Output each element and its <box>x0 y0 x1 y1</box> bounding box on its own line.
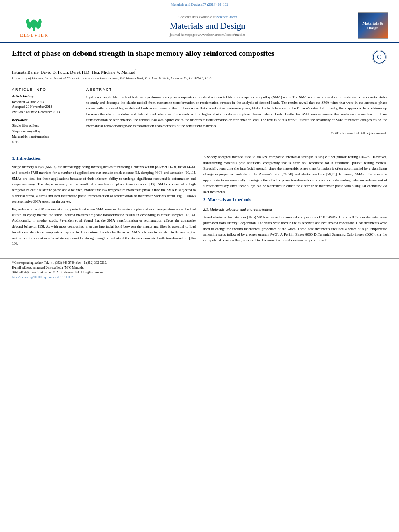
sciencedirect-link[interactable]: ScienceDirect <box>216 15 237 19</box>
authors: Fatmata Barrie, David B. Futch, Derek H.… <box>12 69 387 74</box>
methods-heading: 2. Materials and methods <box>203 196 387 203</box>
body-columns: 1. Introduction Shape memory alloys (SMA… <box>12 154 387 248</box>
journal-cover: Materials & Design <box>355 12 391 39</box>
intro-heading: 1. Introduction <box>12 155 196 162</box>
intro-para-3: A widely accepted method used to analyze… <box>203 154 387 195</box>
abstract-text: Systematic single fiber pullout tests we… <box>86 94 387 129</box>
email-note: E-mail address: mmanuel@mse.ufl.edu (M.V… <box>12 265 387 270</box>
journal-bar: Materials and Design 57 (2014) 98–102 <box>0 0 399 8</box>
elsevier-logo: ELSEVIER <box>20 14 49 37</box>
copyright: © 2013 Elsevier Ltd. All rights reserved… <box>86 131 387 135</box>
svg-text:C: C <box>377 53 382 60</box>
article-title-row: Effect of phase on debond strength in sh… <box>12 49 387 65</box>
keyword-3: Martensitic transformation <box>12 134 78 140</box>
journal-citation: Materials and Design 57 (2014) 98–102 <box>171 2 228 6</box>
abstract-col: ABSTRACT Systematic single fiber pullout… <box>86 88 387 145</box>
journal-header-center: Contents lists available at ScienceDirec… <box>60 15 355 37</box>
crossmark-badge[interactable]: C <box>372 49 387 65</box>
abstract-label: ABSTRACT <box>86 88 387 92</box>
journal-cover-image: Materials & Design <box>358 12 388 39</box>
divider-2 <box>12 148 387 148</box>
page-footer: * Corresponding author. Tel.: +1 (352) 8… <box>0 258 399 283</box>
issn-note: 0261-3069/$ – see front matter © 2013 El… <box>12 270 387 275</box>
affiliation: University of Florida, Department of Mat… <box>12 76 387 80</box>
doi-link[interactable]: http://dx.doi.org/10.1016/j.matdes.2013.… <box>12 275 387 280</box>
article-title-text: Effect of phase on debond strength in sh… <box>12 49 372 59</box>
intro-para-2: Payandeh et al. and Murasawa et al. sugg… <box>12 206 196 247</box>
sciencedirect-line: Contents lists available at ScienceDirec… <box>60 15 355 19</box>
sciencedirect-label: Contents lists available at <box>179 15 216 19</box>
article-info-label: ARTICLE INFO <box>12 88 78 92</box>
body-col-left: 1. Introduction Shape memory alloys (SMA… <box>12 154 196 248</box>
crossmark-svg: C <box>373 51 386 64</box>
keyword-4: NiTi <box>12 140 78 145</box>
history-label: Article history: <box>12 94 78 98</box>
subsection1-heading: 2.1. Materials selection and characteriz… <box>203 207 387 213</box>
authors-text: Fatmata Barrie, David B. Futch, Derek H.… <box>12 70 135 74</box>
elsevier-tree-icon <box>23 14 45 32</box>
elsevier-branding: ELSEVIER <box>8 14 60 37</box>
body-col-right: A widely accepted method used to analyze… <box>203 154 387 248</box>
keyword-1: Single fiber pullout <box>12 123 78 129</box>
cover-title: Materials & Design <box>360 21 386 31</box>
corresponding-author-marker: * <box>135 69 136 72</box>
svg-point-5 <box>38 19 42 25</box>
divider-1 <box>12 84 387 84</box>
article-content: Effect of phase on debond strength in sh… <box>0 43 399 254</box>
elsevier-label: ELSEVIER <box>20 33 49 37</box>
corresponding-note: * Corresponding author. Tel.: +1 (352) 8… <box>12 261 387 265</box>
journal-homepage: journal homepage: www.elsevier.com/locat… <box>60 33 355 37</box>
subsection1-text: Pseudoelastic nickel titanium (NiTi) SMA… <box>203 214 387 243</box>
accepted-date: Accepted 23 November 2013 <box>12 104 78 109</box>
crossmark-icon: C <box>372 50 387 64</box>
journal-header: ELSEVIER Contents lists available at Sci… <box>0 8 399 43</box>
received-date: Received 24 June 2013 <box>12 99 78 105</box>
page-wrapper: Materials and Design 57 (2014) 98–102 EL… <box>0 0 399 283</box>
svg-point-4 <box>26 19 30 25</box>
journal-title: Materials and Design <box>60 21 355 31</box>
available-date: Available online 8 December 2013 <box>12 109 78 115</box>
intro-para-1: Shape memory alloys (SMAs) are increasin… <box>12 164 196 205</box>
keyword-2: Shape memory alloy <box>12 129 78 134</box>
article-info-col: ARTICLE INFO Article history: Received 2… <box>12 88 78 145</box>
keywords-label: Keywords: <box>12 118 78 122</box>
info-abstract-row: ARTICLE INFO Article history: Received 2… <box>12 88 387 145</box>
